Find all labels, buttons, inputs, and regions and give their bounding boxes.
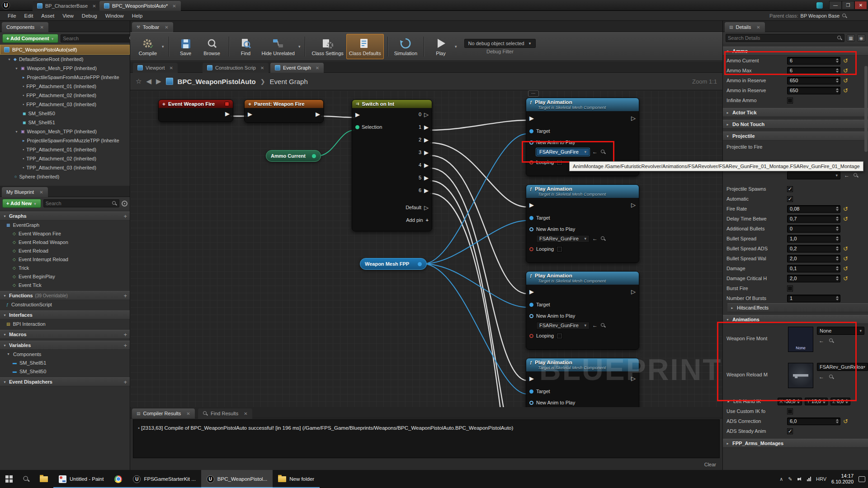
checkbox[interactable] [787,196,793,202]
value-field[interactable] [787,275,840,282]
compile-options-icon[interactable]: ▾ [162,44,164,49]
anim-thumbnail[interactable]: None [788,327,813,352]
add-function-icon[interactable]: + [123,292,127,299]
component-row[interactable]: ▪TPP_Attachment_02 (Inherited) [0,154,130,163]
new-anim-pin[interactable] [529,401,533,405]
spinner-icon[interactable] [835,226,839,231]
node-header[interactable]: ◈Event Weapon Fire [159,100,233,108]
find-button[interactable]: Find [233,34,259,59]
new-anim-pin[interactable] [529,141,533,145]
new-anim-pin[interactable] [529,227,533,231]
exec-in-pin[interactable]: ▶ [248,111,252,117]
tab-event-graph[interactable]: Event Graph✕ [270,63,324,73]
start-button[interactable] [0,470,18,488]
switch-on-int-node[interactable]: ⇉Switch on Int ▶0▷ Selection1▶ 2▶ 3▶ 4▶ … [352,99,432,231]
close-tab-icon[interactable]: ✕ [170,66,173,70]
component-row[interactable]: ◼SM_Shell50 [0,109,130,118]
tab-my-blueprint[interactable]: My Blueprint ✕ [2,187,48,197]
spinner-icon[interactable] [822,399,826,404]
event-weapon-fire-node[interactable]: ◈Event Weapon Fire ▶ [158,99,233,122]
use-selected-asset-icon[interactable]: ← [819,374,824,380]
value-field[interactable] [787,87,840,94]
value-field[interactable] [787,235,840,243]
add-variable-icon[interactable]: + [123,342,127,349]
maximize-button[interactable]: ❒ [842,1,854,9]
value-input[interactable] [790,206,835,211]
selection-pin[interactable] [355,125,359,129]
tab-details[interactable]: ▤Details✕ [725,22,765,32]
component-row[interactable]: ▪TPP_Attachment_01 (Inherited) [0,145,130,154]
add-pin-icon[interactable]: + [426,217,429,223]
compiler-output[interactable]: • [2313,63] Compile of BPC_WeaponPistolA… [133,419,720,458]
spinner-icon[interactable] [835,296,839,301]
taskbar-app-chrome[interactable] [109,470,127,488]
spinner-icon[interactable] [835,68,839,73]
simulation-button[interactable]: Simulation [392,34,420,59]
volume-icon[interactable] [797,477,802,481]
component-row[interactable]: ▪FPP_Attachment_01 (Inherited) [0,82,130,91]
section-actor-tick[interactable]: ▸Actor Tick [723,108,868,117]
spinner-icon[interactable] [835,266,839,271]
exec-in-pin[interactable]: ▶ [355,112,360,117]
variable-category-row[interactable]: ▾Components [0,350,130,358]
exec-out-pin[interactable]: ▶ [225,111,230,117]
add-graph-icon[interactable]: + [123,213,127,220]
interface-row[interactable]: ▤BPI Interaction [0,319,130,328]
browse-button[interactable]: Browse [199,34,225,59]
component-row[interactable]: ▾◆DefaultSceneRoot (Inherited) [0,55,130,64]
tab-toolbar[interactable]: ⚒ Toolbar ✕ [132,22,173,32]
section-hitscan-effects[interactable]: ▸HitscanEffects [727,303,868,312]
pen-icon[interactable]: ✎ [788,476,792,482]
spinner-icon[interactable] [835,78,839,83]
looping-pin[interactable] [529,247,533,251]
checkbox[interactable] [787,98,793,103]
reset-to-default-icon[interactable]: ↺ [843,216,848,222]
target-pin[interactable] [529,303,533,307]
tab-viewport[interactable]: Viewport✕ [133,63,178,73]
exec-out-pin[interactable]: ▷ [631,115,636,121]
spinner-icon[interactable] [845,399,849,404]
section-projectile[interactable]: ▾Projectile [723,131,868,141]
myblueprint-search-box[interactable] [43,199,119,207]
add-new-button[interactable]: + Add New ▾ [2,199,41,208]
debug-object-dropdown[interactable]: No debug object selected▾ Debug Filter [464,39,536,54]
looping-pin[interactable] [529,334,533,338]
expand-arrow-icon[interactable]: ▸ [726,399,731,404]
use-selected-asset-icon[interactable]: ← [592,322,598,328]
default-pin[interactable]: ▷ [424,205,429,211]
value-input[interactable] [790,216,835,221]
add-macro-icon[interactable]: + [123,331,127,338]
compile-button[interactable]: ✓ Compile [135,34,161,59]
exec-out-pin[interactable]: ▷ [631,202,636,208]
close-tab-icon[interactable]: ✕ [316,66,319,70]
network-icon[interactable] [807,477,811,481]
use-selected-asset-icon[interactable]: ← [592,235,598,242]
node-header[interactable]: ƒPlay Animation Target is Skeletal Mesh … [526,185,639,198]
value-field[interactable] [787,215,840,223]
reset-to-default-icon[interactable]: ↺ [843,87,848,94]
clear-button[interactable]: Clear [704,462,716,467]
node-header[interactable]: ƒPlay Animation Target is Skeletal Mesh … [526,272,639,285]
components-search-input[interactable] [63,36,127,41]
window-tab-characterbase[interactable]: BP_CharacterBase ✕ [33,1,101,11]
spinner-icon[interactable] [835,206,839,211]
montage-select[interactable]: FSARev_GunReloa▾ [817,363,868,371]
play-button[interactable]: Play [428,34,454,59]
favorite-star-icon[interactable]: ☆ [136,77,142,85]
details-search-input[interactable] [728,35,835,41]
exec-out-pin[interactable]: ▶ [316,111,320,117]
value-input[interactable] [790,236,835,241]
taskbar-app-paint[interactable]: Untitled - Paint [53,470,109,488]
looping-pin[interactable] [529,160,533,164]
value-field[interactable] [787,255,840,263]
node-header[interactable]: ⇉Switch on Int [352,100,432,108]
reset-to-default-icon[interactable]: ↺ [843,67,848,74]
eye-icon[interactable] [122,201,127,206]
file-explorer-button[interactable] [34,470,53,488]
language-indicator[interactable]: HRV [816,476,826,482]
breadcrumb-root[interactable]: BPC_WeaponPistolAuto [178,78,256,85]
value-input[interactable] [790,88,835,93]
close-tab-icon[interactable]: ✕ [260,66,264,70]
value-input[interactable] [790,78,835,83]
spinner-icon[interactable] [835,88,839,93]
